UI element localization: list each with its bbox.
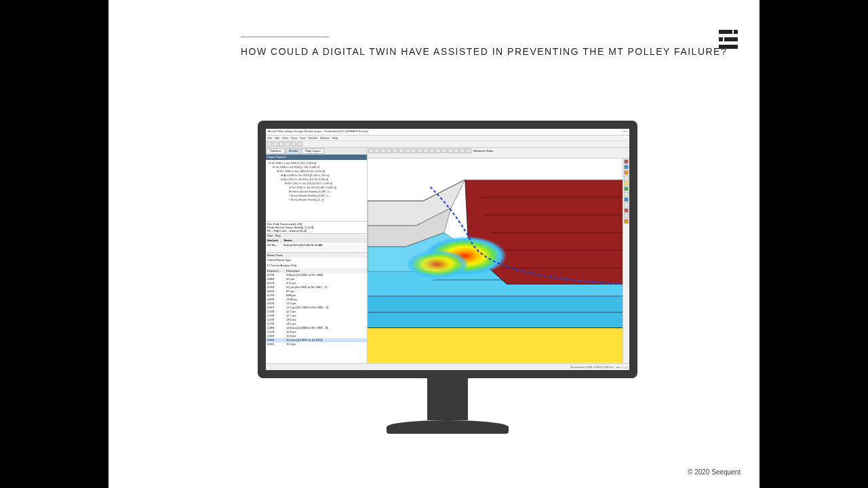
vtool-button[interactable]	[387, 148, 392, 153]
menu-view[interactable]: View	[282, 136, 288, 140]
slide-footer: © 2020 Seequent	[688, 468, 741, 476]
vtool-button[interactable]	[466, 148, 471, 153]
vtool-button[interactable]	[399, 148, 404, 153]
result-times-table[interactable]: Elapsed (… Description 4,2934.38 yrs [Ju…	[266, 268, 367, 363]
monitor-neck	[427, 378, 468, 420]
panel-tabs[interactable]: Definition Results Page Layout	[266, 148, 367, 155]
toolbar-button[interactable]	[297, 142, 302, 146]
right-panel: Deviatoric Strain	[368, 148, 629, 363]
solver-stop-button[interactable]: Stop	[275, 234, 280, 238]
col-description[interactable]: Description	[285, 268, 367, 273]
vtool-button[interactable]	[405, 148, 410, 153]
side-button[interactable]	[624, 165, 629, 169]
menu-edit[interactable]: Edit	[275, 136, 279, 140]
side-button[interactable]	[624, 214, 629, 218]
window-title: Mount Polley Tailings Storage Facility v…	[268, 129, 368, 134]
svg-rect-5	[368, 328, 629, 363]
side-button[interactable]	[624, 219, 629, 224]
vtool-button[interactable]	[393, 148, 398, 153]
menu-bar[interactable]: File Edit View Draw Data Results Window …	[266, 136, 629, 141]
monitor-graphic: Mount Polley Tailings Storage Facility v…	[258, 121, 637, 441]
analysis-info: Sim. Fully Constructed [–0.0]Pinitia Gen…	[266, 221, 367, 233]
tab-results[interactable]: Results	[285, 148, 301, 154]
current-analysis-checkbox[interactable]: ☐ Current Analysis Only	[266, 263, 367, 268]
left-panel: Definition Results Page Layout Project E…	[266, 148, 368, 363]
side-button[interactable]	[624, 197, 629, 202]
vtool-button[interactable]	[368, 148, 374, 153]
svg-rect-1	[734, 30, 738, 34]
tab-definition[interactable]: Definition	[267, 148, 285, 154]
result-description: 15.5 yrs	[285, 342, 367, 346]
project-explorer-tree[interactable]: ⊟ Jul 2002 to Jan 2005 [1,424–2,343 d]⊟ …	[266, 160, 367, 221]
status-zoom-controls[interactable]: ⊕ ⊖ ⌕ ⬚ ◫	[616, 366, 628, 369]
svg-rect-7	[368, 296, 629, 328]
presentation-slide: HOW COULD A DIGITAL TWIN HAVE ASSISTED I…	[108, 0, 760, 488]
tab-page-layout[interactable]: Page Layout	[302, 148, 323, 154]
side-button[interactable]	[624, 181, 629, 186]
monitor-base	[387, 420, 509, 434]
viewport-toolbar[interactable]: Deviatoric Strain	[368, 148, 629, 159]
result-elapsed: 5,661	[266, 342, 285, 346]
toolbar-button[interactable]	[291, 142, 296, 146]
window-controls[interactable]: – □ ×	[621, 129, 627, 134]
solver-row-name[interactable]: SV Sto...	[267, 243, 278, 247]
vtool-button[interactable]	[448, 148, 453, 153]
results-controls-label: Control Result Type	[266, 258, 367, 263]
vtool-button[interactable]	[454, 148, 459, 153]
solver-col-analysis: Analysis	[267, 239, 278, 242]
solver-start-button[interactable]: Start	[267, 234, 273, 238]
app-window: Mount Polley Tailings Storage Facility v…	[266, 129, 629, 370]
svg-rect-0	[719, 30, 732, 34]
side-toolbar[interactable]	[623, 159, 629, 363]
solver-col-status: Status	[283, 239, 292, 242]
vtool-button[interactable]	[374, 148, 380, 153]
tree-item[interactable]: • Stress Based Stability [1–1]	[267, 198, 366, 202]
toolbar-button[interactable]	[273, 142, 278, 146]
svg-rect-2	[719, 37, 723, 41]
toolbar-button[interactable]	[285, 142, 290, 146]
project-explorer-header: Project Explorer	[266, 155, 367, 160]
toolbar-button[interactable]	[267, 142, 272, 146]
svg-rect-3	[724, 37, 738, 41]
vtool-button[interactable]	[435, 148, 441, 153]
svg-point-24	[406, 251, 468, 279]
side-button[interactable]	[624, 170, 629, 175]
menu-draw[interactable]: Draw	[291, 136, 297, 140]
side-button[interactable]	[624, 159, 629, 164]
toolbar-button[interactable]	[279, 142, 284, 146]
side-button[interactable]	[624, 192, 629, 197]
vtool-button[interactable]	[417, 148, 422, 153]
svg-rect-4	[719, 45, 738, 49]
side-button[interactable]	[624, 176, 629, 180]
status-bar: (for iso‑element 0.01 M) x: 2,862.3 y: 2…	[266, 363, 629, 370]
main-toolbar[interactable]	[266, 141, 629, 148]
vtool-button[interactable]	[423, 148, 429, 153]
solver-row-status: Solved 2021‑08‑25‑06:31:44 AM	[283, 243, 323, 247]
slide-title: HOW COULD A DIGITAL TWIN HAVE ASSISTED I…	[241, 46, 727, 57]
menu-file[interactable]: File	[268, 136, 272, 140]
side-button[interactable]	[624, 208, 629, 213]
info-line: HC – High Liner – Instance [0–0]	[267, 229, 366, 232]
vtool-button[interactable]	[460, 148, 465, 153]
title-divider	[241, 37, 329, 37]
menu-help[interactable]: Help	[332, 136, 338, 140]
menu-window[interactable]: Window	[320, 136, 330, 140]
result-times-header: Result Times	[266, 252, 367, 258]
seequent-logo	[716, 27, 741, 52]
result-row[interactable]: 5,66115.5 yrs	[266, 342, 367, 346]
solver-manager: Start Stop Analysis Status SV Sto... Sol…	[266, 233, 367, 252]
vtool-button[interactable]	[380, 148, 386, 153]
vtool-button[interactable]	[411, 148, 416, 153]
viewport-label: Deviatoric Strain	[472, 148, 494, 157]
menu-results[interactable]: Results	[309, 136, 317, 140]
model-viewport[interactable]	[368, 159, 629, 363]
side-button[interactable]	[624, 203, 629, 207]
monitor-bezel: Mount Polley Tailings Storage Facility v…	[258, 121, 637, 378]
vtool-button[interactable]	[429, 148, 435, 153]
side-button[interactable]	[624, 186, 629, 191]
window-titlebar[interactable]: Mount Polley Tailings Storage Facility v…	[266, 129, 629, 136]
status-coords: (for iso‑element 0.01 M) x: 2,862.3 y: 2…	[570, 366, 613, 369]
menu-data[interactable]: Data	[300, 136, 305, 140]
col-elapsed[interactable]: Elapsed (…	[266, 268, 285, 273]
vtool-button[interactable]	[441, 148, 447, 153]
